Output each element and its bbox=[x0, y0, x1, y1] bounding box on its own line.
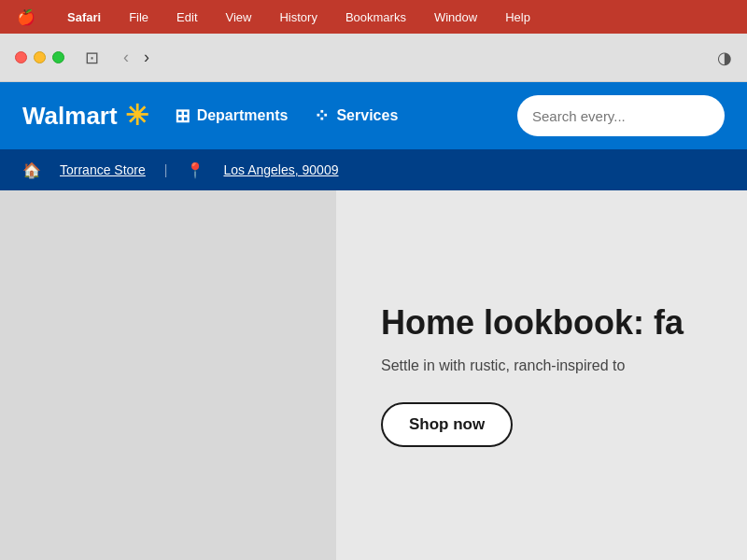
mac-menu-bar: 🍎 Safari File Edit View History Bookmark… bbox=[0, 0, 747, 34]
browser-chrome: ⊡ ‹ › ◑ bbox=[0, 34, 747, 82]
hero-content: Home lookbook: fa Settle in with rustic,… bbox=[336, 190, 747, 560]
departments-label: Departments bbox=[197, 107, 289, 124]
hero-subtitle: Settle in with rustic, ranch-inspired to bbox=[381, 356, 702, 376]
hero-image-left bbox=[0, 190, 336, 560]
departments-icon: ⊞ bbox=[175, 105, 190, 127]
menu-view[interactable]: View bbox=[220, 8, 258, 26]
walmart-navbar: Walmart ✳ ⊞ Departments ⁘ Services bbox=[0, 82, 747, 149]
traffic-lights bbox=[15, 51, 64, 63]
store-bar: 🏠 Torrance Store | 📍 Los Angeles, 90009 bbox=[0, 149, 747, 190]
apple-menu[interactable]: 🍎 bbox=[11, 7, 41, 28]
hero-title: Home lookbook: fa bbox=[381, 303, 702, 342]
minimize-button[interactable] bbox=[34, 51, 46, 63]
store-icon: 🏠 bbox=[22, 161, 41, 179]
hero-section: Home lookbook: fa Settle in with rustic,… bbox=[0, 190, 747, 560]
services-nav-link[interactable]: ⁘ Services bbox=[314, 105, 398, 127]
menu-bookmarks[interactable]: Bookmarks bbox=[340, 8, 412, 26]
search-bar[interactable] bbox=[517, 95, 725, 136]
forward-button[interactable]: › bbox=[138, 46, 155, 69]
services-icon: ⁘ bbox=[314, 105, 330, 127]
search-input[interactable] bbox=[532, 108, 710, 124]
menu-history[interactable]: History bbox=[274, 8, 322, 26]
menu-file[interactable]: File bbox=[123, 8, 154, 26]
walmart-spark-icon: ✳ bbox=[125, 102, 148, 130]
menu-safari[interactable]: Safari bbox=[62, 8, 106, 26]
location-link[interactable]: Los Angeles, 90009 bbox=[223, 162, 338, 177]
menu-help[interactable]: Help bbox=[500, 8, 536, 26]
store-separator: | bbox=[164, 162, 168, 177]
torrance-store-link[interactable]: Torrance Store bbox=[60, 162, 146, 177]
menu-edit[interactable]: Edit bbox=[171, 8, 203, 26]
walmart-logo-text: Walmart bbox=[22, 102, 118, 131]
back-button[interactable]: ‹ bbox=[118, 46, 134, 69]
walmart-logo[interactable]: Walmart ✳ bbox=[22, 102, 148, 131]
maximize-button[interactable] bbox=[52, 51, 64, 63]
nav-arrows: ‹ › bbox=[118, 46, 155, 69]
pin-icon: 📍 bbox=[186, 161, 204, 179]
sidebar-toggle-icon[interactable]: ⊡ bbox=[85, 48, 99, 68]
close-button[interactable] bbox=[15, 51, 27, 63]
reader-mode-button[interactable]: ◑ bbox=[717, 48, 732, 68]
departments-nav-link[interactable]: ⊞ Departments bbox=[175, 105, 289, 127]
menu-window[interactable]: Window bbox=[429, 8, 483, 26]
shop-now-button[interactable]: Shop now bbox=[381, 402, 513, 447]
services-label: Services bbox=[336, 107, 398, 124]
